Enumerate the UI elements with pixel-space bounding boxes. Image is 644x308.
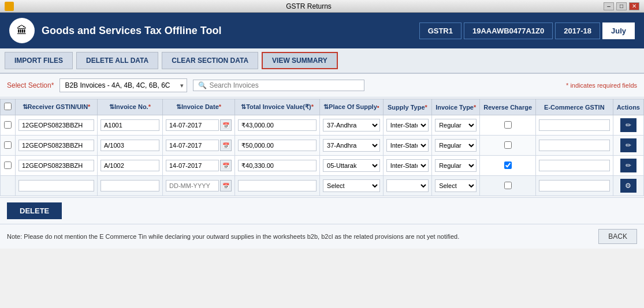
row1-ecomm-input[interactable] xyxy=(539,119,610,131)
row2-action-cell[interactable]: ✏ xyxy=(613,136,643,156)
row1-calendar-icon[interactable]: 📅 xyxy=(220,119,232,131)
row3-date-input[interactable] xyxy=(166,160,219,171)
row3-supply-type-cell[interactable]: Inter-StateIntra-State xyxy=(383,156,432,176)
row2-edit-button[interactable]: ✏ xyxy=(620,138,636,152)
new-row-reverse-charge-cell[interactable] xyxy=(480,176,536,196)
row2-supply-type-cell[interactable]: Inter-StateIntra-State xyxy=(383,136,432,156)
clear-section-data-button[interactable]: CLEAR SECTION DATA xyxy=(162,52,258,69)
row1-invoice-no-input[interactable] xyxy=(100,119,159,131)
row3-place-cell[interactable]: 37-Andhra05-UttarakSelect xyxy=(320,156,384,176)
new-row-ecomm-input[interactable] xyxy=(539,180,610,191)
row1-action-cell[interactable]: ✏ xyxy=(613,115,643,136)
row3-value-input[interactable] xyxy=(238,160,317,171)
row3-supply-type-select[interactable]: Inter-StateIntra-State xyxy=(386,159,429,172)
new-row-supply-type-cell[interactable]: Inter-StateIntra-State xyxy=(383,176,432,196)
back-button[interactable]: BACK xyxy=(598,229,637,244)
delete-button[interactable]: DELETE xyxy=(7,202,62,219)
row1-place-cell[interactable]: 37-Andhra05-UttarakSelect xyxy=(320,115,384,136)
row2-calendar-icon[interactable]: 📅 xyxy=(220,140,232,151)
row3-gstin-cell[interactable] xyxy=(16,156,98,176)
row1-supply-type-select[interactable]: Inter-StateIntra-State xyxy=(386,119,429,132)
new-row-place-select[interactable]: Select37-Andhra05-Uttarak xyxy=(323,179,380,192)
search-wrapper[interactable]: 🔍 xyxy=(193,80,364,91)
row2-invoice-no-input[interactable] xyxy=(100,140,159,151)
new-row-value-cell[interactable] xyxy=(235,176,320,196)
row3-reverse-charge-cell[interactable] xyxy=(480,156,536,176)
row2-ecomm-cell[interactable] xyxy=(536,136,613,156)
row3-ecomm-cell[interactable] xyxy=(536,156,613,176)
row3-invoice-no-input[interactable] xyxy=(100,160,159,171)
row1-checkbox-cell[interactable] xyxy=(1,115,16,136)
new-row-ecomm-cell[interactable] xyxy=(536,176,613,196)
row1-ecomm-cell[interactable] xyxy=(536,115,613,136)
new-row-gstin-cell[interactable] xyxy=(16,176,98,196)
row3-value-cell[interactable] xyxy=(235,156,320,176)
new-row-invoice-type-select[interactable]: SelectRegular xyxy=(435,179,477,192)
new-row-value-input[interactable] xyxy=(238,180,317,191)
row2-date-cell[interactable]: 📅 xyxy=(163,136,235,156)
select-all-checkbox[interactable] xyxy=(4,103,12,110)
row1-reverse-charge-checkbox[interactable] xyxy=(504,121,512,129)
row1-edit-button[interactable]: ✏ xyxy=(620,118,636,132)
row1-place-select[interactable]: 37-Andhra05-UttarakSelect xyxy=(323,119,380,132)
row2-invoice-type-cell[interactable]: RegularSelect xyxy=(432,136,480,156)
new-row-date-input[interactable] xyxy=(166,180,219,191)
view-summary-button[interactable]: VIEW SUMMARY xyxy=(262,52,338,69)
window-controls[interactable]: – □ ✕ xyxy=(604,2,639,10)
row3-gstin-input[interactable] xyxy=(18,160,94,171)
row2-value-input[interactable] xyxy=(238,140,317,151)
new-row-place-cell[interactable]: Select37-Andhra05-Uttarak xyxy=(320,176,384,196)
row2-checkbox-cell[interactable] xyxy=(1,136,16,156)
new-row-invoice-no-input[interactable] xyxy=(100,180,159,191)
gstin-badge[interactable]: 19AAAWB0477A1Z0 xyxy=(464,22,553,39)
row3-checkbox[interactable] xyxy=(4,161,12,169)
row2-invoice-no-cell[interactable] xyxy=(97,136,162,156)
new-row-calendar-icon[interactable]: 📅 xyxy=(220,180,232,191)
row2-date-input[interactable] xyxy=(166,140,219,151)
new-row-invoice-type-cell[interactable]: SelectRegular xyxy=(432,176,480,196)
row2-value-cell[interactable] xyxy=(235,136,320,156)
maximize-button[interactable]: □ xyxy=(616,2,627,10)
import-files-button[interactable]: IMPORT FILES xyxy=(5,52,73,69)
row2-gstin-cell[interactable] xyxy=(16,136,98,156)
search-input[interactable] xyxy=(209,81,359,89)
row3-action-cell[interactable]: ✏ xyxy=(613,156,643,176)
row3-edit-button[interactable]: ✏ xyxy=(620,159,636,172)
row2-place-select[interactable]: 37-Andhra05-UttarakSelect xyxy=(323,139,380,152)
section-select[interactable]: B2B Invoices - 4A, 4B, 4C, 6B, 6C xyxy=(59,78,187,92)
row2-supply-type-select[interactable]: Inter-StateIntra-State xyxy=(386,139,429,152)
delete-all-data-button[interactable]: DELETE ALL DATA xyxy=(76,52,158,69)
row1-invoice-type-cell[interactable]: RegularSelect xyxy=(432,115,480,136)
row1-value-input[interactable] xyxy=(238,119,317,131)
row3-checkbox-cell[interactable] xyxy=(1,156,16,176)
row3-place-select[interactable]: 37-Andhra05-UttarakSelect xyxy=(323,159,380,172)
row2-reverse-charge-cell[interactable] xyxy=(480,136,536,156)
gstr1-badge[interactable]: GSTR1 xyxy=(419,22,461,39)
row2-gstin-input[interactable] xyxy=(18,140,94,151)
new-row-gstin-input[interactable] xyxy=(18,180,94,191)
row3-date-cell[interactable]: 📅 xyxy=(163,156,235,176)
close-button[interactable]: ✕ xyxy=(629,2,639,10)
row3-invoice-type-cell[interactable]: RegularSelect xyxy=(432,156,480,176)
row1-value-cell[interactable] xyxy=(235,115,320,136)
row3-invoice-no-cell[interactable] xyxy=(97,156,162,176)
row3-ecomm-input[interactable] xyxy=(539,160,610,171)
new-row-reverse-charge-checkbox[interactable] xyxy=(504,182,512,189)
new-row-add-button[interactable]: ⚙ xyxy=(620,179,636,193)
row2-place-cell[interactable]: 37-Andhra05-UttarakSelect xyxy=(320,136,384,156)
row1-gstin-input[interactable] xyxy=(18,119,94,131)
row1-checkbox[interactable] xyxy=(4,121,12,129)
row1-gstin-cell[interactable] xyxy=(16,115,98,136)
year-badge[interactable]: 2017-18 xyxy=(555,22,600,39)
row3-calendar-icon[interactable]: 📅 xyxy=(220,160,232,171)
month-badge[interactable]: July xyxy=(602,22,635,39)
row1-supply-type-cell[interactable]: Inter-StateIntra-State xyxy=(383,115,432,136)
new-row-date-cell[interactable]: 📅 xyxy=(163,176,235,196)
row1-invoice-type-select[interactable]: RegularSelect xyxy=(435,119,477,132)
row2-invoice-type-select[interactable]: RegularSelect xyxy=(435,139,477,152)
row1-date-cell[interactable]: 📅 xyxy=(163,115,235,136)
minimize-button[interactable]: – xyxy=(604,2,614,10)
row3-reverse-charge-checkbox[interactable] xyxy=(504,161,512,169)
row1-invoice-no-cell[interactable] xyxy=(97,115,162,136)
row1-date-input[interactable] xyxy=(166,119,219,131)
